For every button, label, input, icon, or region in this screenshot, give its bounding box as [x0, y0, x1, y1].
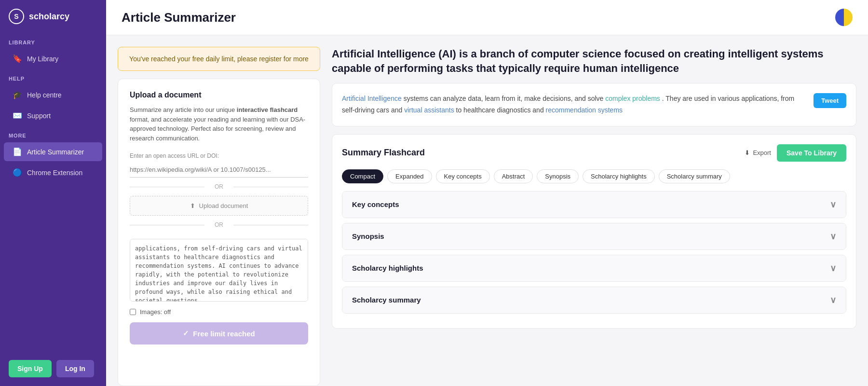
tab-compact[interactable]: Compact [342, 169, 383, 183]
url-label: Enter an open access URL or DOI: [130, 152, 308, 159]
chevron-down-icon: ∨ [830, 295, 836, 305]
article-text-area[interactable]: applications, from self-driving cars and… [130, 239, 308, 302]
app-name: scholarcy [29, 12, 69, 22]
article-title: Artificial Intelligence (AI) is a branch… [332, 47, 856, 75]
sidebar-item-label: My Library [27, 55, 58, 63]
divider-1: OR [130, 183, 308, 190]
article-summary-text: Artificial Intelligence systems can anal… [342, 93, 846, 116]
accordion-key-concepts: Key concepts ∨ [342, 191, 846, 218]
tab-scholarcy-highlights[interactable]: Scholarcy highlights [583, 169, 655, 183]
accordion-scholarcy-summary: Scholarcy summary ∨ [342, 287, 846, 314]
summary-link-recommendation[interactable]: recommendation systems [546, 106, 623, 114]
upload-btn-label: Upload document [199, 202, 248, 209]
right-panel: Artificial Intelligence (AI) is a branch… [332, 47, 856, 386]
url-input[interactable] [130, 162, 308, 178]
sidebar-item-label: Chrome Extension [27, 169, 82, 177]
document-icon: 📄 [13, 147, 22, 156]
chevron-down-icon: ∨ [830, 199, 836, 210]
accordion-scholarcy-highlights: Scholarcy highlights ∨ [342, 255, 846, 282]
tab-abstract[interactable]: Abstract [494, 169, 533, 183]
page-title: Article Summarizer [122, 10, 236, 25]
bookmark-icon: 🔖 [13, 54, 22, 63]
summary-text-3: to healthcare diagnostics and [456, 106, 546, 114]
app-logo: S scholarcy [0, 0, 106, 33]
accordion-scholarcy-summary-header[interactable]: Scholarcy summary ∨ [342, 287, 846, 313]
login-button[interactable]: Log In [56, 360, 94, 377]
sidebar-section-more: MORE [0, 126, 106, 141]
images-checkbox[interactable] [130, 309, 136, 315]
tab-synopsis[interactable]: Synopsis [537, 169, 579, 183]
theme-toggle-button[interactable] [835, 9, 853, 26]
sidebar-item-label: Support [27, 112, 51, 120]
checkmark-icon: ✓ [183, 329, 189, 338]
sidebar-section-help: HELP [0, 69, 106, 84]
sidebar-auth-buttons: Sign Up Log In [0, 351, 106, 386]
left-panel: You've reached your free daily limit, pl… [118, 47, 320, 386]
upload-document-button[interactable]: ⬆ Upload document [130, 196, 308, 216]
images-checkbox-row: Images: off [130, 308, 308, 316]
alert-text: You've reached your free daily limit, pl… [129, 55, 309, 63]
content-area: You've reached your free daily limit, pl… [106, 35, 868, 386]
flashcard-section: Summary Flashcard ⬇ Export Save To Libra… [332, 134, 856, 329]
accordion-key-concepts-label: Key concepts [352, 200, 399, 208]
upload-description: Summarize any article into our unique in… [130, 105, 308, 143]
chrome-icon: 🔵 [13, 168, 22, 177]
accordion-scholarcy-highlights-header[interactable]: Scholarcy highlights ∨ [342, 255, 846, 281]
summary-link-ai[interactable]: Artificial Intelligence [342, 95, 402, 102]
accordion-key-concepts-header[interactable]: Key concepts ∨ [342, 192, 846, 218]
accordion-synopsis-label: Synopsis [352, 232, 384, 240]
sidebar-section-library: LIBRARY [0, 33, 106, 48]
sidebar-item-my-library[interactable]: 🔖 My Library [4, 49, 102, 68]
tab-key-concepts[interactable]: Key concepts [436, 169, 490, 183]
upload-title: Upload a document [130, 91, 308, 99]
tab-scholarcy-summary[interactable]: Scholarcy summary [659, 169, 730, 183]
signup-button[interactable]: Sign Up [9, 360, 52, 377]
images-label: Images: off [140, 308, 171, 316]
download-icon: ⬇ [745, 149, 750, 156]
upload-desc-rest: format, and accelerate your reading and … [130, 116, 305, 142]
upload-card: Upload a document Summarize any article … [118, 79, 320, 386]
summary-text-1: systems can analyze data, learn from it,… [404, 95, 606, 102]
chevron-down-icon: ∨ [830, 231, 836, 242]
accordion-synopsis: Synopsis ∨ [342, 223, 846, 250]
alert-banner: You've reached your free daily limit, pl… [118, 47, 320, 71]
upload-desc-bold: interactive flashcard [237, 106, 298, 113]
main-area: Article Summarizer You've reached your f… [106, 0, 868, 386]
save-library-button[interactable]: Save To Library [777, 144, 846, 162]
free-limit-label: Free limit reached [193, 330, 255, 338]
tab-pills: Compact Expanded Key concepts Abstract S… [342, 169, 846, 183]
sidebar-item-label: Article Summarizer [27, 148, 84, 156]
header: Article Summarizer [106, 0, 868, 35]
export-label: Export [753, 149, 771, 156]
flashcard-title: Summary Flashcard [342, 148, 425, 158]
logo-icon: S [9, 9, 24, 24]
upload-desc-plain: Summarize any article into our unique [130, 106, 237, 113]
chevron-down-icon: ∨ [830, 263, 836, 274]
sidebar-item-help-centre[interactable]: 🎓 Help centre [4, 85, 102, 104]
flashcard-header: Summary Flashcard ⬇ Export Save To Libra… [342, 144, 846, 162]
sidebar-item-label: Help centre [27, 91, 62, 99]
sidebar-item-support[interactable]: ✉️ Support [4, 106, 102, 125]
export-button[interactable]: ⬇ Export [745, 149, 771, 156]
article-summary-box: Tweet Artificial Intelligence systems ca… [332, 83, 856, 126]
accordion-scholarcy-summary-label: Scholarcy summary [352, 296, 421, 304]
sidebar-item-article-summarizer[interactable]: 📄 Article Summarizer [4, 142, 102, 161]
accordion-synopsis-header[interactable]: Synopsis ∨ [342, 223, 846, 249]
accordion-scholarcy-highlights-label: Scholarcy highlights [352, 264, 423, 272]
tweet-button[interactable]: Tweet [814, 93, 846, 108]
divider-2: OR [130, 221, 308, 228]
tab-expanded[interactable]: Expanded [387, 169, 432, 183]
upload-icon: ⬆ [190, 202, 195, 209]
summary-link-complex[interactable]: complex problems [605, 95, 660, 102]
sidebar-item-chrome-extension[interactable]: 🔵 Chrome Extension [4, 163, 102, 182]
flashcard-actions: ⬇ Export Save To Library [745, 144, 846, 162]
graduation-icon: 🎓 [13, 90, 22, 99]
sidebar: S scholarcy LIBRARY 🔖 My Library HELP 🎓 … [0, 0, 106, 386]
mail-icon: ✉️ [13, 111, 22, 120]
summary-link-virtual[interactable]: virtual assistants [404, 106, 454, 114]
free-limit-button: ✓ Free limit reached [130, 322, 308, 345]
